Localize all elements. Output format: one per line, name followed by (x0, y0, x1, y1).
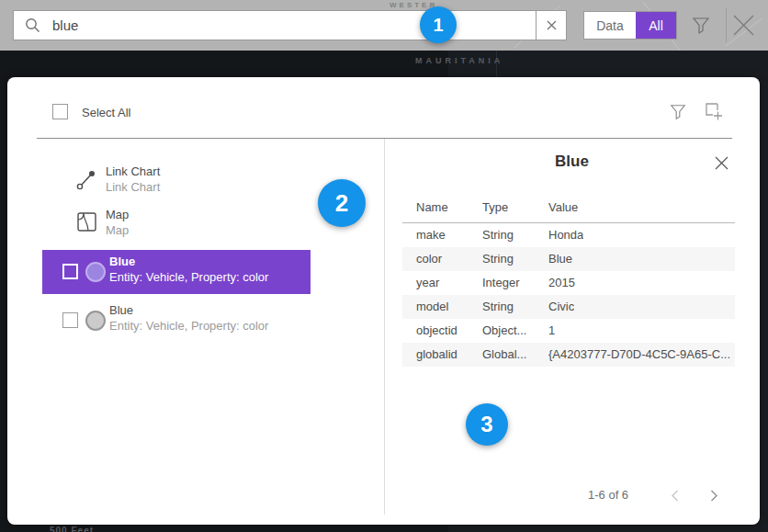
search-input[interactable] (40, 11, 536, 40)
result-subtitle: Link Chart (106, 180, 160, 194)
cell-name: make (416, 223, 446, 247)
map-icon (77, 212, 96, 232)
link-chart-icon (75, 169, 97, 191)
cell-name: color (416, 247, 442, 271)
result-title: Blue (109, 255, 135, 268)
cell-name: objectid (416, 319, 457, 343)
next-page-button[interactable] (710, 490, 718, 502)
cell-value: 1 (548, 319, 555, 343)
result-title[interactable]: Map (106, 208, 129, 221)
result-subtitle: Entity: Vehicle, Property: color (109, 319, 268, 333)
toggle-option-data[interactable]: Data (584, 12, 636, 39)
cell-value: Honda (548, 223, 583, 247)
x-icon (547, 20, 557, 30)
table-row: make String Honda (402, 223, 735, 247)
chevron-left-icon (671, 490, 679, 502)
toggle-option-all[interactable]: All (636, 12, 676, 39)
cell-type: String (482, 247, 514, 271)
cell-value: Blue (548, 247, 572, 271)
scope-toggle: Data All (583, 11, 677, 40)
column-header-value: Value (548, 200, 578, 214)
annotation-badge-1: 1 (420, 6, 457, 43)
map-country-label: MAURITANIA (415, 56, 503, 65)
chevron-right-icon (710, 490, 718, 502)
search-toolbar: WESTER Data All (0, 0, 768, 51)
cell-type: Object... (482, 319, 526, 343)
cell-type: String (482, 223, 514, 247)
cell-name: model (416, 295, 448, 319)
add-to-selection-icon[interactable] (706, 103, 724, 121)
table-row: objectid Object... 1 (402, 319, 735, 343)
cell-name: year (416, 271, 439, 295)
cell-type: Integer (482, 271, 519, 295)
table-row: year Integer 2015 (402, 271, 735, 295)
result-subtitle: Entity: Vehicle, Property: color (109, 270, 268, 284)
result-row-blue[interactable]: Blue Entity: Vehicle, Property: color (42, 301, 311, 342)
map-scale-label: 500 Feet (50, 526, 94, 532)
result-checkbox[interactable] (62, 312, 78, 328)
search-icon (25, 17, 40, 33)
cell-value: {A4203777-D70D-4C5C-9A65-C... (548, 343, 730, 367)
pagination-label: 1-6 of 6 (588, 488, 628, 502)
filter-icon[interactable] (692, 16, 710, 35)
entity-circle-icon (85, 262, 106, 282)
close-icon (715, 156, 728, 170)
column-header-type: Type (482, 200, 508, 214)
table-row: color String Blue (402, 247, 735, 271)
cell-type: String (482, 295, 514, 319)
result-row-blue-selected[interactable]: Blue Entity: Vehicle, Property: color (42, 250, 311, 294)
search-results-panel: Select All Link Chart Link Chart Map Map… (7, 77, 760, 525)
cell-name: globalid (416, 343, 457, 367)
close-icon (731, 13, 756, 38)
table-row: model String Civic (402, 295, 735, 319)
cell-type: Global... (482, 343, 526, 367)
entity-circle-icon (85, 311, 106, 331)
select-all-label: Select All (82, 106, 130, 119)
list-detail-divider (384, 139, 385, 515)
close-search-button[interactable] (731, 13, 756, 38)
table-row: globalid Global... {A4203777-D70D-4C5C-9… (402, 343, 735, 367)
panel-filter-icon[interactable] (670, 103, 686, 120)
cell-value: Civic (548, 295, 574, 319)
prev-page-button[interactable] (671, 490, 679, 502)
result-checkbox[interactable] (62, 264, 78, 279)
result-title: Blue (109, 303, 133, 317)
close-detail-button[interactable] (715, 156, 728, 170)
detail-title: Blue (384, 153, 760, 171)
toolbar-divider (726, 8, 727, 42)
search-box (13, 10, 567, 40)
select-all-checkbox[interactable] (52, 104, 68, 119)
cell-value: 2015 (548, 271, 575, 295)
result-subtitle: Map (106, 223, 129, 237)
result-title[interactable]: Link Chart (106, 164, 160, 178)
annotation-badge-3: 3 (466, 403, 508, 446)
annotation-badge-2: 2 (318, 179, 366, 227)
clear-search-button[interactable] (536, 11, 566, 40)
column-header-name: Name (416, 200, 448, 214)
